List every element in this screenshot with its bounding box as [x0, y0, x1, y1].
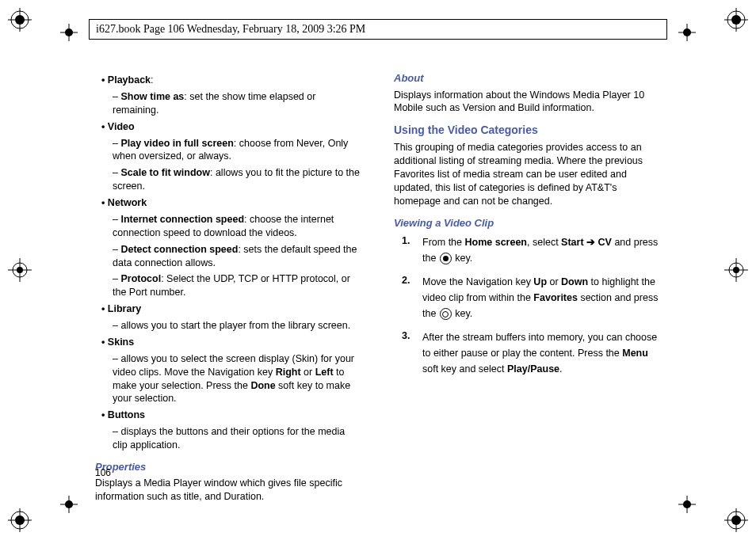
scale-label: Scale to fit window — [120, 167, 210, 178]
ok-key-icon — [440, 253, 452, 264]
registration-mark-mid-right — [724, 258, 748, 282]
svg-point-26 — [65, 29, 73, 36]
detect-label: Detect connection speed — [120, 244, 238, 255]
viewing-clip-title: Viewing a Video Clip — [394, 216, 661, 230]
steps-list: 1. From the Home screen, select Start ➔ … — [394, 234, 661, 377]
left-column: Playback: Show time as: set the show tim… — [95, 71, 362, 485]
crop-mark-top-left — [60, 24, 78, 44]
svg-point-35 — [683, 500, 691, 508]
page-body: Playback: Show time as: set the show tim… — [95, 71, 661, 485]
skins-desc: allows you to select the screen display … — [113, 352, 362, 406]
library-desc: allows you to start the player from the … — [120, 320, 350, 331]
svg-point-32 — [65, 500, 73, 508]
svg-point-29 — [683, 29, 691, 36]
play-full-label: Play video in full screen — [120, 138, 233, 149]
using-video-title: Using the Video Categories — [394, 123, 661, 138]
library-heading: Library — [108, 303, 141, 314]
crop-mark-bottom-right — [678, 496, 696, 516]
show-time-label: Show time as — [120, 91, 184, 102]
step-1: 1. From the Home screen, select Start ➔ … — [394, 234, 661, 266]
page-number: 106 — [95, 467, 111, 478]
about-body: Displays information about the Windows M… — [394, 89, 661, 116]
registration-mark-top-left — [8, 8, 32, 32]
crop-mark-top-right — [678, 24, 696, 44]
properties-title: Properties — [95, 460, 362, 474]
step-3: 3. After the stream buffers into memory,… — [394, 329, 661, 377]
buttons-desc: displays the buttons and their options f… — [113, 426, 345, 451]
registration-mark-top-right — [724, 8, 748, 32]
video-heading: Video — [108, 121, 135, 132]
network-heading: Network — [108, 197, 147, 208]
protocol-label: Protocol — [120, 273, 161, 284]
skins-heading: Skins — [108, 337, 134, 348]
registration-mark-bottom-right — [724, 508, 748, 532]
about-title: About — [394, 71, 661, 86]
registration-mark-bottom-left — [8, 508, 32, 532]
registration-mark-mid-left — [8, 258, 32, 282]
print-header: i627.book Page 106 Wednesday, February 1… — [89, 19, 667, 40]
using-video-body: This grouping of media categories provid… — [394, 141, 661, 207]
crop-mark-bottom-left — [60, 496, 78, 516]
nav-key-icon — [440, 308, 452, 320]
step-2: 2. Move the Navigation key Up or Down to… — [394, 274, 661, 321]
properties-body: Displays a Media Player window which giv… — [95, 477, 362, 504]
buttons-heading: Buttons — [108, 409, 145, 420]
playback-heading: Playback — [108, 74, 151, 86]
right-column: About Displays information about the Win… — [394, 71, 661, 485]
inet-label: Internet connection speed — [120, 214, 244, 225]
